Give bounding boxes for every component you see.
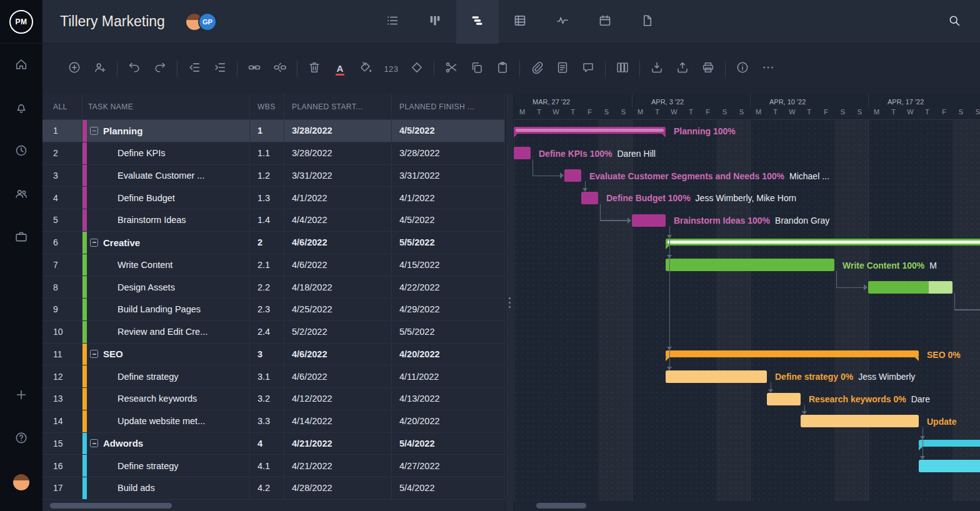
table-row[interactable]: 12Define strategy3.14/6/20224/11/2022 <box>42 365 505 388</box>
gantt-hscroll-thumb[interactable] <box>536 503 586 509</box>
summary-bar[interactable] <box>514 127 666 134</box>
task-name-cell[interactable]: SEO <box>82 344 250 365</box>
member-avatar-initials[interactable]: GP <box>198 12 217 31</box>
tab-list[interactable] <box>371 0 414 44</box>
task-name-cell[interactable]: Define strategy <box>82 455 250 477</box>
collapse-icon[interactable] <box>90 439 98 447</box>
task-name-cell[interactable]: Define KPIs <box>82 142 250 164</box>
sidebar-item-add[interactable] <box>0 374 42 417</box>
collapse-icon[interactable] <box>90 239 98 247</box>
task-name-cell[interactable]: Review and Edit Cre... <box>82 321 250 343</box>
attach-button[interactable] <box>529 61 545 77</box>
task-bar[interactable] <box>632 214 666 227</box>
task-name-cell[interactable]: Research keywords <box>82 388 250 410</box>
table-row[interactable]: 2Define KPIs1.13/28/20223/28/2022 <box>42 142 505 165</box>
delete-button[interactable] <box>306 61 322 77</box>
table-row[interactable]: 15Adwords44/21/20225/4/2022 <box>42 433 505 455</box>
table-row[interactable]: 4Define Budget1.34/1/20224/1/2022 <box>42 187 505 209</box>
table-row[interactable]: 11SEO34/6/20224/20/2022 <box>42 344 505 366</box>
user-avatar[interactable] <box>0 460 42 504</box>
cut-button[interactable] <box>443 61 459 77</box>
collapse-icon[interactable] <box>90 350 98 358</box>
task-bar[interactable] <box>581 192 598 204</box>
comment-button[interactable] <box>580 61 596 77</box>
more-button[interactable] <box>760 61 776 77</box>
fill-color-button[interactable] <box>358 61 374 77</box>
task-name-cell[interactable]: Planning <box>82 120 250 142</box>
table-row[interactable]: 14Update website met...3.34/14/20224/20/… <box>42 410 505 433</box>
task-bar[interactable] <box>564 169 581 182</box>
export-button[interactable] <box>674 61 691 77</box>
sidebar-item-help[interactable] <box>0 417 42 460</box>
task-bar[interactable] <box>767 393 801 405</box>
add-task-button[interactable] <box>66 61 82 77</box>
columns-button[interactable] <box>614 61 631 77</box>
task-bar[interactable] <box>801 415 919 427</box>
task-name-cell[interactable]: Design Assets <box>82 276 250 298</box>
table-hscrollbar[interactable] <box>50 503 498 509</box>
summary-bar[interactable] <box>666 350 919 357</box>
task-name-cell[interactable]: Brainstorm Ideas <box>82 209 250 231</box>
sidebar-item-home[interactable] <box>0 44 42 87</box>
task-name-cell[interactable]: Define Budget <box>82 187 250 209</box>
assign-user-button[interactable] <box>92 61 108 77</box>
table-row[interactable]: 6Creative24/6/20225/5/2022 <box>42 232 505 254</box>
tab-activity[interactable] <box>541 0 584 44</box>
task-name-cell[interactable]: Define strategy <box>82 365 250 387</box>
collapse-icon[interactable] <box>90 127 98 135</box>
indent-button[interactable] <box>212 61 228 77</box>
info-button[interactable] <box>734 61 751 77</box>
task-name-cell[interactable]: Build Landing Pages <box>82 299 250 320</box>
sidebar-item-team[interactable] <box>0 173 42 216</box>
column-header-planned-start[interactable]: PLANNED START... <box>284 94 392 119</box>
tab-gantt[interactable] <box>456 0 499 44</box>
task-name-cell[interactable]: Creative <box>82 232 250 254</box>
notes-button[interactable] <box>554 61 571 77</box>
tab-report[interactable] <box>626 0 669 44</box>
unlink-tasks-button[interactable] <box>272 61 288 77</box>
link-tasks-button[interactable] <box>246 61 262 77</box>
table-row[interactable]: 17Build ads4.24/28/20225/4/2022 <box>42 477 505 500</box>
outdent-button[interactable] <box>186 61 202 77</box>
table-row[interactable]: 5Brainstorm Ideas1.44/4/20224/5/2022 <box>42 209 505 232</box>
task-name-cell[interactable]: Write Content <box>82 254 250 276</box>
column-header-planned-finish[interactable]: PLANNED FINISH ... <box>392 94 505 119</box>
redo-button[interactable] <box>152 61 168 77</box>
task-bar[interactable] <box>666 259 834 271</box>
sidebar-item-notifications[interactable] <box>0 87 42 130</box>
gantt-hscrollbar[interactable] <box>521 503 972 509</box>
column-header-task-name[interactable]: TASK NAME <box>82 94 250 119</box>
sidebar-item-work[interactable] <box>0 216 42 259</box>
paste-button[interactable] <box>494 61 511 77</box>
pane-splitter[interactable] <box>505 94 514 511</box>
table-row[interactable]: 13Research keywords3.24/12/20224/13/2022 <box>42 388 505 410</box>
import-button[interactable] <box>649 61 665 77</box>
table-row[interactable]: 7Write Content2.14/6/20224/15/2022 <box>42 254 505 277</box>
table-hscroll-thumb[interactable] <box>50 503 172 509</box>
tab-board[interactable] <box>414 0 456 44</box>
task-bar[interactable] <box>666 370 767 383</box>
summary-bar[interactable] <box>666 239 980 246</box>
task-bar[interactable] <box>919 460 980 472</box>
text-color-button[interactable]: A <box>332 61 348 77</box>
column-header-wbs[interactable]: WBS <box>250 94 284 119</box>
table-row[interactable]: 8Design Assets2.24/18/20224/22/2022 <box>42 276 505 299</box>
task-name-cell[interactable]: Adwords <box>82 433 250 455</box>
task-name-cell[interactable]: Build ads <box>82 477 250 499</box>
table-row[interactable]: 10Review and Edit Cre...2.45/2/20225/5/2… <box>42 321 505 344</box>
undo-button[interactable] <box>126 61 142 77</box>
task-bar[interactable] <box>514 147 531 159</box>
table-row[interactable]: 16Define strategy4.14/21/20224/27/2022 <box>42 455 505 477</box>
copy-button[interactable] <box>469 61 485 77</box>
search-button[interactable] <box>940 0 969 44</box>
sidebar-item-recent[interactable] <box>0 130 42 173</box>
column-header-all[interactable]: ALL <box>42 94 82 119</box>
task-bar[interactable] <box>868 281 952 294</box>
tab-sheet[interactable] <box>499 0 541 44</box>
task-name-cell[interactable]: Update website met... <box>82 410 250 432</box>
table-row[interactable]: 1Planning13/28/20224/5/2022 <box>42 120 505 142</box>
print-button[interactable] <box>700 61 716 77</box>
milestone-button[interactable] <box>409 61 425 77</box>
tab-calendar[interactable] <box>584 0 626 44</box>
table-row[interactable]: 3Evaluate Customer ...1.23/31/20223/31/2… <box>42 165 505 187</box>
